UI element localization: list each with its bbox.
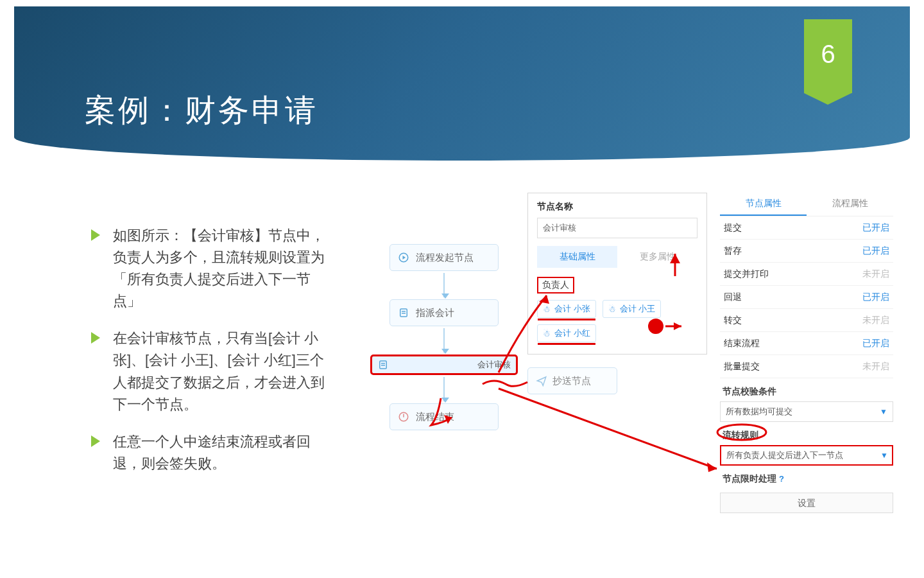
send-icon bbox=[536, 375, 547, 387]
prop-key: 批量提交 bbox=[724, 361, 760, 372]
bullet-item: 任意一个人中途结束流程或者回退，则会签失败。 bbox=[91, 431, 329, 475]
owner-chip[interactable]: ☃会计 小红 bbox=[537, 324, 596, 342]
bullet-list: 如图所示：【会计审核】节点中，负责人为多个，且流转规则设置为「所有负责人提交后进… bbox=[91, 225, 329, 490]
slide-title: 案例：财务申请 bbox=[85, 90, 318, 131]
tab-flow-props[interactable]: 流程属性 bbox=[807, 193, 893, 216]
annotation-circle bbox=[716, 423, 774, 442]
bullet-item: 如图所示：【会计审核】节点中，负责人为多个，且流转规则设置为「所有负责人提交后进… bbox=[91, 225, 329, 312]
flow-node-assign[interactable]: 指派会计 bbox=[389, 299, 499, 326]
page-number-badge: 6 bbox=[804, 19, 852, 93]
node-properties-panel: 节点属性 流程属性 提交已开启 暂存已开启 提交并打印未开启 回退已开启 转交未… bbox=[720, 193, 893, 513]
settings-button[interactable]: 设置 bbox=[720, 493, 893, 513]
tab-more-attrs[interactable]: 更多属性 bbox=[617, 246, 697, 268]
flow-node-label: 流程发起节点 bbox=[416, 252, 474, 264]
cond-select-value: 所有数据均可提交 bbox=[726, 406, 792, 417]
form-icon bbox=[398, 307, 409, 319]
prop-val[interactable]: 已开启 bbox=[862, 245, 889, 257]
svg-marker-6 bbox=[707, 462, 717, 472]
flowchart: 流程发起节点 指派会计 会计审核 流程结束 bbox=[370, 244, 518, 430]
flow-node-label: 会计审核 bbox=[477, 359, 511, 371]
node-name-panel: 节点名称 基础属性 更多属性 负责人 ☃会计 小张 ☃会计 小王 ☃会计 小红 bbox=[527, 193, 707, 355]
tab-basic-attrs[interactable]: 基础属性 bbox=[537, 246, 617, 268]
form-icon bbox=[377, 359, 389, 371]
user-icon: ☃ bbox=[543, 329, 551, 338]
rule-select[interactable]: 所有负责人提交后进入下一节点 ▼ bbox=[720, 445, 893, 466]
rule-select-value: 所有负责人提交后进入下一节点 bbox=[726, 450, 843, 461]
flow-node-review[interactable]: 会计审核 bbox=[370, 355, 518, 375]
prop-val[interactable]: 未开启 bbox=[862, 268, 889, 280]
chevron-down-icon: ▼ bbox=[880, 451, 888, 460]
prop-val[interactable]: 已开启 bbox=[862, 222, 889, 234]
flow-node-cc[interactable]: 抄送节点 bbox=[527, 367, 617, 394]
prop-val[interactable]: 未开启 bbox=[862, 315, 889, 326]
chevron-down-icon: ▼ bbox=[880, 407, 887, 416]
section-cond-title: 节点校验条件 bbox=[720, 378, 893, 401]
owner-chip[interactable]: ☃会计 小张 bbox=[537, 300, 596, 318]
owner-chip[interactable]: ☃会计 小王 bbox=[603, 300, 662, 318]
prop-val[interactable]: 未开启 bbox=[862, 361, 889, 372]
section-timeout-title: 节点限时处理? bbox=[720, 466, 893, 489]
prop-key: 暂存 bbox=[724, 245, 742, 257]
flow-node-end[interactable]: 流程结束 bbox=[389, 403, 499, 430]
slide-header: 案例：财务申请 6 bbox=[14, 6, 910, 161]
flow-node-label: 指派会计 bbox=[416, 307, 454, 319]
node-name-input[interactable] bbox=[537, 218, 697, 238]
user-icon: ☃ bbox=[608, 304, 616, 314]
owner-label: 负责人 bbox=[537, 277, 574, 293]
cond-select[interactable]: 所有数据均可提交 ▼ bbox=[720, 401, 893, 422]
prop-key: 转交 bbox=[724, 315, 742, 326]
prop-val[interactable]: 已开启 bbox=[862, 338, 889, 349]
prop-val[interactable]: 已开启 bbox=[862, 292, 889, 303]
flow-node-start[interactable]: 流程发起节点 bbox=[389, 244, 499, 271]
flow-node-label: 流程结束 bbox=[416, 411, 454, 423]
prop-key: 提交并打印 bbox=[724, 268, 769, 280]
bullet-item: 在会计审核节点，只有当[会计 小张]、[会计 小王]、[会计 小红]三个人都提交… bbox=[91, 328, 329, 415]
node-name-label: 节点名称 bbox=[537, 201, 697, 213]
play-icon bbox=[398, 252, 409, 263]
flow-node-label: 抄送节点 bbox=[552, 375, 591, 387]
prop-key: 结束流程 bbox=[724, 338, 760, 349]
tab-node-props[interactable]: 节点属性 bbox=[720, 193, 807, 216]
user-icon: ☃ bbox=[543, 304, 551, 314]
power-icon bbox=[398, 411, 409, 423]
svg-point-4 bbox=[717, 425, 766, 440]
prop-key: 提交 bbox=[724, 222, 742, 234]
section-rule-title: 流转规则 bbox=[720, 422, 893, 445]
prop-key: 回退 bbox=[724, 292, 742, 303]
help-icon[interactable]: ? bbox=[779, 474, 784, 484]
